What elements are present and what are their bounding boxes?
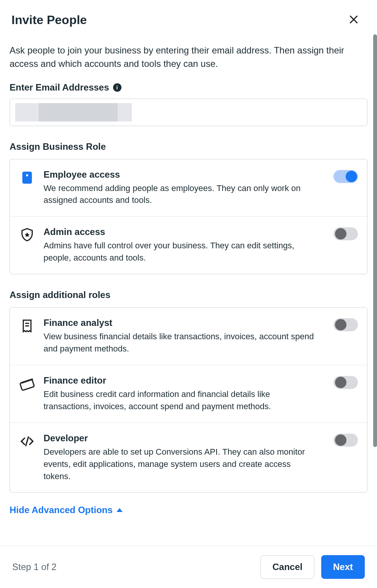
- id-badge-icon: [19, 169, 35, 185]
- role-description: View business financial details like tra…: [44, 330, 317, 355]
- code-icon: [19, 433, 35, 449]
- role-row-finance-analyst: Finance analyst View business financial …: [10, 308, 367, 365]
- dialog-title: Invite People: [11, 13, 87, 27]
- receipt-icon: [19, 317, 35, 334]
- toggle-finance-analyst[interactable]: [333, 318, 358, 331]
- info-icon[interactable]: i: [113, 83, 121, 92]
- role-description: Edit business credit card information an…: [44, 388, 317, 413]
- email-chip-placeholder: [15, 103, 132, 121]
- shield-star-icon: [19, 227, 35, 243]
- role-row-finance-editor: Finance editor Edit business credit card…: [10, 365, 367, 423]
- role-title: Finance analyst: [44, 317, 317, 328]
- cancel-button[interactable]: Cancel: [261, 555, 314, 579]
- role-title: Finance editor: [44, 375, 317, 386]
- role-row-admin: Admin access Admins have full control ov…: [10, 216, 367, 274]
- role-title: Employee access: [44, 169, 317, 180]
- invite-people-dialog: Invite People Ask people to join your bu…: [0, 0, 377, 588]
- dialog-body[interactable]: Ask people to join your business by ente…: [0, 29, 377, 546]
- additional-roles-title: Assign additional roles: [10, 290, 367, 300]
- email-label: Enter Email Addresses: [10, 82, 109, 93]
- caret-up-icon: [116, 508, 123, 512]
- hide-advanced-options-link[interactable]: Hide Advanced Options: [10, 505, 123, 515]
- close-button[interactable]: [346, 11, 362, 29]
- intro-text: Ask people to join your business by ente…: [10, 44, 367, 71]
- role-row-employee: Employee access We recommend adding peop…: [10, 159, 367, 217]
- toggle-employee-access[interactable]: [333, 170, 358, 183]
- dialog-footer: Step 1 of 2 Cancel Next: [0, 546, 377, 588]
- role-title: Developer: [44, 433, 317, 444]
- toggle-finance-editor[interactable]: [333, 376, 358, 389]
- dialog-header: Invite People: [0, 0, 377, 29]
- toggle-developer[interactable]: [333, 434, 358, 447]
- role-description: Developers are able to set up Conversion…: [44, 446, 317, 483]
- step-indicator: Step 1 of 2: [12, 562, 254, 572]
- email-input[interactable]: [10, 99, 367, 126]
- additional-roles-card: Finance analyst View business financial …: [10, 307, 367, 492]
- close-icon: [348, 14, 359, 25]
- next-button[interactable]: Next: [321, 555, 365, 579]
- role-row-developer: Developer Developers are able to set up …: [10, 423, 367, 492]
- business-role-card: Employee access We recommend adding peop…: [10, 159, 367, 275]
- business-role-title: Assign Business Role: [10, 141, 367, 152]
- role-title: Admin access: [44, 227, 317, 237]
- toggle-admin-access[interactable]: [333, 227, 358, 240]
- scrollbar[interactable]: [373, 34, 377, 447]
- email-label-row: Enter Email Addresses i: [10, 82, 367, 93]
- credit-card-icon: [19, 375, 35, 391]
- role-description: Admins have full control over your busin…: [44, 240, 317, 264]
- advanced-options-label: Hide Advanced Options: [10, 505, 113, 515]
- role-description: We recommend adding people as employees.…: [44, 182, 317, 207]
